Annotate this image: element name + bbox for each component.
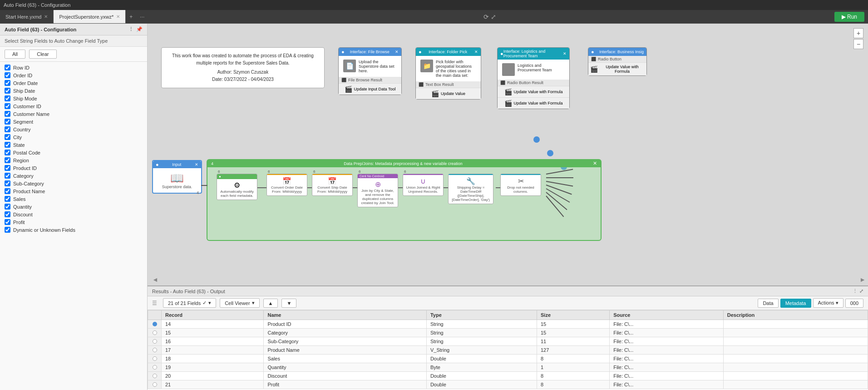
field-item-order_id[interactable]: Order ID — [3, 71, 144, 79]
field-checkbox-ship_date[interactable] — [5, 88, 10, 94]
tab-project-superstore-close[interactable]: ✕ — [116, 14, 120, 19]
field-item-country[interactable]: Country — [3, 125, 144, 133]
field-checkbox-discount[interactable] — [5, 211, 10, 217]
field-checkbox-dynamic[interactable] — [5, 227, 10, 233]
logistics-close[interactable]: ✕ — [563, 51, 567, 56]
sort-up-btn[interactable]: ▲ — [263, 299, 278, 308]
zoom-in-button[interactable]: + — [853, 28, 863, 38]
field-item-ship_date[interactable]: Ship Date — [3, 87, 144, 95]
field-item-product_id[interactable]: Product ID — [3, 164, 144, 172]
folder-pick-close[interactable]: ✕ — [474, 50, 478, 54]
field-item-order_date[interactable]: Order Date — [3, 79, 144, 87]
field-item-ship_mode[interactable]: Ship Mode — [3, 95, 144, 102]
pin-icon[interactable]: ⋮ — [128, 26, 133, 32]
shipping-delay-node[interactable]: 🔧 Shipping Delay = DateTimeDiff ([DateTi… — [448, 174, 493, 204]
results-more-icon[interactable]: ⋮ — [853, 288, 858, 294]
field-item-row_id[interactable]: Row ID — [3, 64, 144, 71]
folder-pick-toggle[interactable]: ● — [419, 49, 422, 55]
description-box: This work flow was created to automate t… — [161, 47, 325, 88]
canvas-workspace[interactable]: This work flow was created to automate t… — [148, 24, 868, 285]
fields-count-btn[interactable]: 21 of 21 Fields ✓ ▾ — [163, 298, 216, 308]
field-checkbox-sales[interactable] — [5, 196, 10, 202]
join-city-node[interactable]: 6 Cent No Centroid ⊕ Join by City & Stat… — [357, 174, 398, 207]
cell-viewer-chevron[interactable]: ▾ — [252, 300, 255, 306]
data-prep-close[interactable]: ✕ — [593, 160, 597, 166]
field-checkbox-category[interactable] — [5, 173, 10, 179]
field-checkbox-sub_category[interactable] — [5, 180, 10, 186]
data-tab-btn[interactable]: Data — [758, 299, 778, 308]
sort-down-btn[interactable]: ▼ — [281, 299, 296, 308]
tab-start-here-close[interactable]: ✕ — [44, 14, 48, 19]
field-checkbox-country[interactable] — [5, 126, 10, 132]
field-item-postal_code[interactable]: Postal Code — [3, 149, 144, 156]
convert-order-node[interactable]: 6 📅 Convert Order Date From: MM/dd/yyyy — [266, 174, 307, 196]
auto-mod-node[interactable]: 6 ● ⚙ Automatically modify each field me… — [217, 174, 257, 200]
file-browse-toggle[interactable]: ● — [341, 49, 345, 55]
expand-icon[interactable]: ⤢ — [491, 13, 496, 20]
data-prep-toggle[interactable]: 4 — [211, 161, 213, 166]
actions-btn[interactable]: Actions ▾ — [813, 298, 843, 308]
field-checkbox-region[interactable] — [5, 157, 10, 163]
field-item-region[interactable]: Region — [3, 156, 144, 164]
field-item-state[interactable]: State — [3, 141, 144, 149]
field-checkbox-customer_id[interactable] — [5, 103, 10, 109]
scroll-right[interactable]: ► — [859, 276, 866, 283]
field-item-profit[interactable]: Profit — [3, 218, 144, 226]
auto-mod-icon: ⚙ — [219, 181, 255, 190]
logistics-toggle[interactable]: ● — [500, 51, 503, 56]
field-item-customer_id[interactable]: Customer ID — [3, 102, 144, 110]
tab-start-here[interactable]: Start Here.yxmd ✕ — [0, 10, 54, 23]
field-checkbox-order_id[interactable] — [5, 72, 10, 78]
field-checkbox-postal_code[interactable] — [5, 150, 10, 155]
field-item-product_name[interactable]: Product Name — [3, 187, 144, 195]
business-toggle[interactable]: ● — [591, 49, 594, 55]
input-node[interactable]: ● Input ✕ 📖 Superstore data. 4 — [152, 160, 202, 194]
dock-icon[interactable]: 📌 — [136, 26, 143, 32]
cell-source: File: C\... — [610, 380, 724, 389]
field-checkbox-product_id[interactable] — [5, 165, 10, 171]
field-checkbox-quantity[interactable] — [5, 204, 10, 210]
field-checkbox-customer_name[interactable] — [5, 111, 10, 117]
union-joined-node[interactable]: 6 ∪ Union Joined & Right Unjoined Record… — [403, 174, 444, 196]
results-menu-icon[interactable]: ☰ — [152, 300, 159, 306]
field-item-quantity[interactable]: Quantity — [3, 203, 144, 210]
interface-business-header: ● Interface: Business Insig — [588, 48, 646, 56]
field-item-city[interactable]: City — [3, 133, 144, 141]
run-button[interactable]: ▶ Run — [834, 12, 864, 22]
drop-needed-node[interactable]: ✂ Drop not needed columns. — [500, 174, 541, 196]
field-checkbox-profit[interactable] — [5, 219, 10, 225]
field-checkbox-row_id[interactable] — [5, 65, 10, 70]
input-close[interactable]: ✕ — [195, 162, 198, 167]
refresh-icon[interactable]: ⟳ — [483, 13, 489, 20]
field-checkbox-product_name[interactable] — [5, 188, 10, 194]
field-item-sales[interactable]: Sales — [3, 195, 144, 203]
field-checkbox-city[interactable] — [5, 134, 10, 140]
tab-project-superstore[interactable]: ProjectSuperstore.yxwz* ✕ — [54, 10, 126, 23]
scroll-left[interactable]: ◄ — [152, 276, 158, 283]
field-item-discount[interactable]: Discount — [3, 210, 144, 218]
auto-mod-toggle[interactable]: ● — [219, 175, 221, 179]
tab-more-button[interactable]: ··· — [136, 12, 148, 22]
results-expand-icon[interactable]: ⤢ — [859, 288, 863, 294]
cell-viewer-btn[interactable]: Cell Viewer ▾ — [220, 298, 259, 308]
cell-source: File: C\... — [610, 337, 724, 346]
tab-add-button[interactable]: + — [126, 12, 136, 22]
field-item-sub_category[interactable]: Sub-Category — [3, 180, 144, 187]
fields-chevron-icon[interactable]: ▾ — [208, 300, 211, 306]
field-checkbox-state[interactable] — [5, 142, 10, 148]
field-checkbox-order_date[interactable] — [5, 80, 10, 86]
field-item-segment[interactable]: Segment — [3, 118, 144, 125]
field-checkbox-segment[interactable] — [5, 119, 10, 125]
all-button[interactable]: All — [5, 50, 25, 59]
field-item-customer_name[interactable]: Customer Name — [3, 110, 144, 118]
field-item-category[interactable]: Category — [3, 172, 144, 180]
extra-btn[interactable]: 000 — [845, 299, 863, 308]
convert-ship-node[interactable]: 6 📅 Convert Ship Date From: MM/dd/yyyy — [312, 174, 353, 196]
file-browse-close[interactable]: ✕ — [395, 50, 399, 54]
field-checkbox-ship_mode[interactable] — [5, 95, 10, 101]
field-item-dynamic[interactable]: Dynamic or Unknown Fields — [3, 226, 144, 234]
clear-button[interactable]: Clear — [29, 50, 56, 59]
zoom-out-button[interactable]: − — [853, 39, 863, 49]
metadata-tab-btn[interactable]: Metadata — [780, 299, 811, 308]
input-toggle[interactable]: ● — [156, 162, 159, 167]
